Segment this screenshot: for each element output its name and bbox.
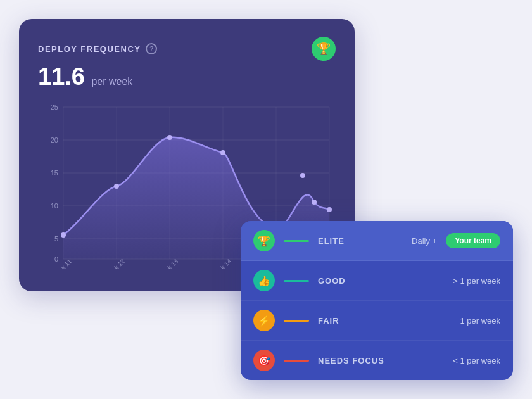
data-point: [312, 200, 317, 205]
legend-row-elite: 🏆 ELITE Daily + Your team: [241, 221, 513, 261]
needs-focus-label: NEEDS FOCUS: [318, 356, 444, 365]
data-point: [300, 173, 305, 178]
needs-focus-value: < 1 per week: [453, 356, 500, 365]
svg-text:10: 10: [51, 202, 58, 210]
svg-text:0: 0: [54, 255, 58, 263]
data-point: [220, 150, 225, 155]
needs-focus-line: [284, 360, 309, 362]
your-team-badge: Your team: [446, 233, 500, 248]
elite-icon: 🏆: [253, 230, 275, 251]
fair-icon: ⚡: [253, 310, 275, 331]
card-title-row: DEPLOY FREQUENCY ?: [38, 43, 157, 54]
metric-row: 11.6 per week: [38, 65, 336, 89]
card-header: DEPLOY FREQUENCY ? 🏆: [38, 37, 336, 61]
svg-text:5: 5: [54, 235, 58, 243]
data-point: [61, 232, 66, 238]
metric-unit: per week: [91, 76, 132, 87]
data-point: [327, 207, 332, 212]
fair-label: FAIR: [318, 316, 451, 326]
trophy-badge-header: 🏆: [312, 37, 336, 61]
needs-focus-icon: 🎯: [253, 350, 275, 371]
elite-line: [284, 240, 309, 242]
data-point: [114, 184, 119, 189]
elite-value: Daily +: [412, 236, 437, 246]
fair-line: [284, 320, 309, 322]
legend-row-needs-focus: 🎯 NEEDS FOCUS < 1 per week: [241, 341, 513, 380]
help-icon[interactable]: ?: [146, 43, 157, 54]
fair-value: 1 per week: [460, 316, 500, 326]
good-label: GOOD: [318, 276, 444, 286]
data-point: [167, 135, 172, 140]
good-icon: 👍: [253, 270, 275, 291]
metric-value: 11.6: [38, 63, 85, 90]
elite-label: ELITE: [318, 236, 403, 246]
chart-title: DEPLOY FREQUENCY: [38, 44, 141, 54]
svg-text:25: 25: [51, 103, 58, 111]
svg-text:20: 20: [51, 136, 58, 144]
legend-row-fair: ⚡ FAIR 1 per week: [241, 301, 513, 341]
legend-row-good: 👍 GOOD > 1 per week: [241, 261, 513, 301]
svg-text:15: 15: [51, 169, 58, 177]
trophy-icon-header: 🏆: [317, 42, 331, 56]
scene: DEPLOY FREQUENCY ? 🏆 11.6 per week: [19, 19, 513, 380]
legend-card: 🏆 ELITE Daily + Your team 👍 GOOD > 1 per…: [241, 221, 513, 380]
good-value: > 1 per week: [453, 276, 500, 286]
good-line: [284, 280, 309, 282]
